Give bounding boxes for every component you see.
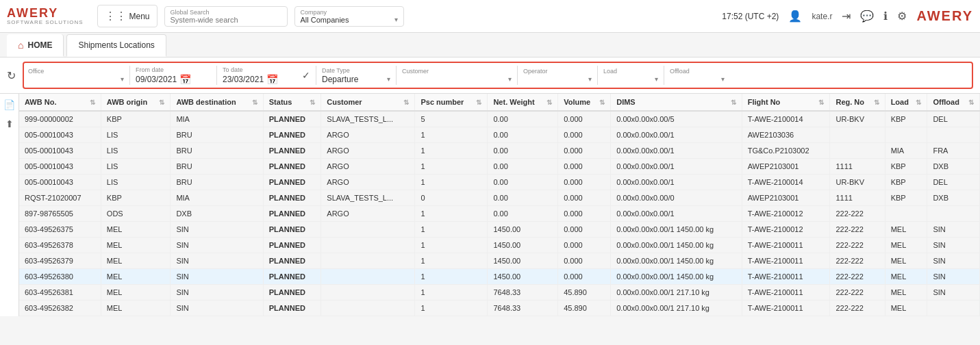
cell-12-12 — [927, 301, 980, 316]
cell-5-7: 0.000 — [558, 190, 611, 206]
cell-9-8: 0.00x0.00x0.00/1 1450.00 kg — [611, 253, 742, 269]
load-label: Load — [603, 68, 658, 75]
col-psc[interactable]: Psc number⇅ — [415, 94, 488, 111]
col-reg-no[interactable]: Reg. No⇅ — [830, 94, 885, 111]
table-body: 999-00000002KBPMIAPLANNEDSLAVA_TESTS_L..… — [19, 111, 980, 316]
cell-8-5: 1 — [415, 238, 488, 253]
offload-filter[interactable]: Offload ▾ — [670, 68, 725, 83]
cell-4-2: BRU — [171, 175, 263, 190]
cell-7-8: 0.00x0.00x0.00/1 1450.00 kg — [611, 222, 742, 238]
cell-0-10: UR-BKV — [830, 111, 885, 127]
cell-7-11: MEL — [885, 222, 927, 238]
tab-bar: ⌂ HOME Shipments Locations — [0, 33, 980, 58]
table-row[interactable]: 005-00010043LISBRUPLANNEDARGO10.000.0000… — [19, 159, 980, 175]
col-net-weight[interactable]: Net. Weight⇅ — [488, 94, 558, 111]
col-load[interactable]: Load⇅ — [885, 94, 927, 111]
col-status[interactable]: Status⇅ — [263, 94, 321, 111]
cell-6-8: 0.00x0.00x0.00/1 — [611, 206, 742, 222]
user-icon[interactable]: 👤 — [788, 10, 802, 23]
filter-bar: Office ▾ From date 09/03/2021 📅 To date … — [23, 62, 973, 89]
company-selector[interactable]: Company All Companies ▾ — [294, 6, 404, 27]
table-row[interactable]: 005-00010043LISBRUPLANNEDARGO10.000.0000… — [19, 127, 980, 143]
cell-8-0: 603-49526378 — [19, 238, 101, 253]
operator-filter[interactable]: Operator ▾ — [523, 68, 592, 83]
cell-4-11: KBP — [885, 175, 927, 190]
sort-icon-load: ⇅ — [916, 99, 921, 106]
col-awb-origin[interactable]: AWB origin⇅ — [101, 94, 171, 111]
col-volume[interactable]: Volume⇅ — [558, 94, 611, 111]
from-date-filter[interactable]: From date 09/03/2021 📅 — [136, 66, 211, 85]
logout-icon[interactable]: ⇥ — [842, 10, 851, 23]
cell-0-12: DEL — [927, 111, 980, 127]
cell-6-11 — [885, 206, 927, 222]
cell-2-12: FRA — [927, 143, 980, 159]
cell-6-0: 897-98765505 — [19, 206, 101, 222]
menu-button[interactable]: ⋮⋮ Menu — [97, 5, 158, 27]
tab-shipments-locations[interactable]: Shipments Locations — [66, 34, 166, 57]
settings-icon[interactable]: ⚙ — [897, 10, 907, 23]
to-date-filter[interactable]: To date 23/03/2021 📅 — [223, 66, 298, 85]
cell-2-8: 0.00x0.00x0.00/1 — [611, 143, 742, 159]
cell-4-10: UR-BKV — [830, 175, 885, 190]
apply-dates-icon[interactable]: ✓ — [302, 70, 310, 81]
cell-3-8: 0.00x0.00x0.00/1 — [611, 159, 742, 175]
cell-11-1: MEL — [101, 285, 171, 301]
cell-0-0: 999-00000002 — [19, 111, 101, 127]
cell-5-0: RQST-21020007 — [19, 190, 101, 206]
table-row[interactable]: 603-49526379MELSINPLANNED11450.000.0000.… — [19, 253, 980, 269]
table-row[interactable]: 603-49526378MELSINPLANNED11450.000.0000.… — [19, 238, 980, 253]
col-awb-dest[interactable]: AWB destination⇅ — [171, 94, 263, 111]
global-search-box[interactable]: Global Search — [164, 6, 288, 27]
load-filter[interactable]: Load ▾ — [603, 68, 658, 83]
refresh-icon[interactable]: ↻ — [7, 69, 16, 82]
cell-3-11: KBP — [885, 159, 927, 175]
cell-7-3: PLANNED — [263, 222, 321, 238]
chat-icon[interactable]: 💬 — [860, 10, 874, 23]
col-customer[interactable]: Customer⇅ — [321, 94, 415, 111]
cell-11-2: SIN — [171, 285, 263, 301]
col-flight-no[interactable]: Flight No⇅ — [742, 94, 830, 111]
search-input[interactable] — [171, 16, 281, 24]
cell-0-1: KBP — [101, 111, 171, 127]
cell-11-12: SIN — [927, 285, 980, 301]
cell-7-2: SIN — [171, 222, 263, 238]
cell-2-6: 0.00 — [488, 143, 558, 159]
info-icon[interactable]: ℹ — [883, 10, 888, 23]
cell-8-7: 0.000 — [558, 238, 611, 253]
cell-10-11: MEL — [885, 269, 927, 285]
cell-7-5: 1 — [415, 222, 488, 238]
table-row[interactable]: 005-00010043LISBRUPLANNEDARGO10.000.0000… — [19, 143, 980, 159]
col-awb-no[interactable]: AWB No.⇅ — [19, 94, 101, 111]
date-type-filter[interactable]: Date Type Departure ▾ — [322, 67, 390, 84]
customer-filter[interactable]: Customer ▾ — [402, 68, 512, 83]
cell-0-2: MIA — [171, 111, 263, 127]
table-row[interactable]: 603-49526375MELSINPLANNED11450.000.0000.… — [19, 222, 980, 238]
table-row[interactable]: 603-49526381MELSINPLANNED17648.3345.8900… — [19, 285, 980, 301]
from-date-calendar-icon[interactable]: 📅 — [179, 74, 191, 85]
table-row[interactable]: 603-49526382MELSINPLANNED17648.3345.8900… — [19, 301, 980, 316]
doc-icon[interactable]: 📄 — [3, 99, 15, 110]
cell-11-4 — [321, 285, 415, 301]
cell-10-6: 1450.00 — [488, 269, 558, 285]
cell-1-0: 005-00010043 — [19, 127, 101, 143]
table-row[interactable]: 005-00010043LISBRUPLANNEDARGO10.000.0000… — [19, 175, 980, 190]
upload-icon[interactable]: ⬆ — [5, 118, 14, 129]
customer-chevron-icon: ▾ — [508, 75, 512, 83]
cell-7-1: MEL — [101, 222, 171, 238]
tab-home[interactable]: ⌂ HOME — [7, 34, 64, 57]
divider-4 — [396, 66, 397, 85]
table-row[interactable]: RQST-21020007KBPMIAPLANNEDSLAVA_TESTS_L.… — [19, 190, 980, 206]
col-dims[interactable]: DIMS⇅ — [611, 94, 742, 111]
cell-6-7: 0.000 — [558, 206, 611, 222]
cell-4-9: T-AWE-2100014 — [742, 175, 830, 190]
to-date-calendar-icon[interactable]: 📅 — [266, 74, 278, 85]
cell-6-3: PLANNED — [263, 206, 321, 222]
office-filter[interactable]: Office ▾ — [28, 68, 124, 83]
menu-label: Menu — [129, 12, 150, 21]
table-row[interactable]: 897-98765505ODSDXBPLANNEDARGO10.000.0000… — [19, 206, 980, 222]
cell-5-9: AWEP2103001 — [742, 190, 830, 206]
table-row[interactable]: 999-00000002KBPMIAPLANNEDSLAVA_TESTS_L..… — [19, 111, 980, 127]
col-offload[interactable]: Offload⇅ — [927, 94, 980, 111]
table-row[interactable]: 603-49526380MELSINPLANNED11450.000.0000.… — [19, 269, 980, 285]
cell-8-4 — [321, 238, 415, 253]
